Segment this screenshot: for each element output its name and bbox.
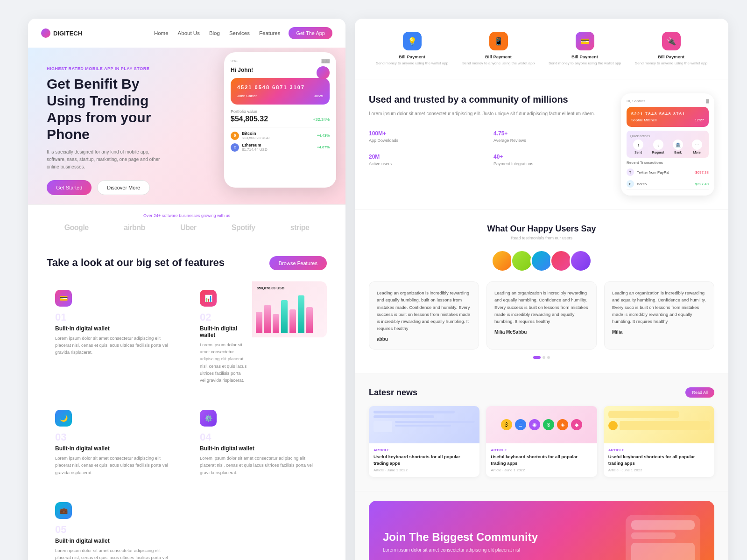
join-section: Join The Biggest Community Lorem ipsum d… <box>355 491 728 560</box>
hero-section: HIGHEST RATED MOBILE APP IN PLAY STORE G… <box>28 48 345 204</box>
bill-desc-3: Send money to anyone using the wallet ap… <box>545 61 624 66</box>
stat-num-integrations: 40+ <box>493 149 612 161</box>
trans-amount-2: $327.49 <box>695 182 709 186</box>
partner-stripe: stripe <box>290 224 310 232</box>
trusted-title: Used and trusted by a community of milli… <box>369 93 612 105</box>
stat-integrations: 40+ Payment Integrations <box>493 149 612 166</box>
bill-item-1: 💡 Bill Payment Send money to anyone usin… <box>369 28 455 70</box>
feature-card-1: 💳 01 Built-in digital wallet Lorem ipsum… <box>47 281 182 392</box>
stats-grid: 100M+ App Downloads 4.75+ Average Review… <box>369 126 612 166</box>
news-headline-1: Useful keyboard shortcuts for all popula… <box>374 454 475 466</box>
join-title: Join The Biggest Community <box>383 531 616 544</box>
partner-google: Google <box>64 224 89 232</box>
news-cards: ARTICLE Useful keyboard shortcuts for al… <box>369 406 714 477</box>
avatar-2 <box>511 250 533 272</box>
left-panel: DIGITECH Home About Us Blog Services Fea… <box>28 19 345 560</box>
phone-time: 9:41 <box>231 59 238 63</box>
stat-num-downloads: 100M+ <box>369 126 487 138</box>
get-app-button[interactable]: Get The App <box>289 27 332 39</box>
btc-change: +4.43% <box>317 133 330 138</box>
nav-about[interactable]: About Us <box>178 30 200 36</box>
eth-change: +4.67% <box>317 145 330 149</box>
crypto-row-btc: ₿ Bitcoin $13,500.23 USD +4.43% <box>231 131 330 140</box>
phone-avatar <box>317 66 330 79</box>
browse-features-button[interactable]: Browse Features <box>269 256 327 270</box>
nav-features[interactable]: Features <box>259 30 280 36</box>
feature-icon-4: ⚙️ <box>200 410 217 427</box>
hero-subtitle: It is specially designed for any kind of… <box>47 148 168 171</box>
dot-2[interactable] <box>543 356 545 359</box>
avatars-row <box>369 250 714 272</box>
nav-home[interactable]: Home <box>154 30 169 36</box>
phone-card: 4521 0548 6871 3107 John Carter 08/25 <box>231 78 330 105</box>
feature-num-1: 01 <box>55 311 174 323</box>
news-meta-3: Article · June 1 2022 <box>608 468 710 472</box>
news-icon-coin: ◈ <box>557 419 568 430</box>
news-icon-btc: ₿ <box>501 419 512 430</box>
partner-uber: Uber <box>180 224 196 232</box>
crypto-list: ₿ Bitcoin $13,500.23 USD +4.43% Ξ Ethere… <box>231 127 330 152</box>
stat-label-users: Active users <box>369 161 487 166</box>
stat-label-integrations: Payment Integrations <box>493 161 612 166</box>
test-title: What Our Happy Users Say <box>369 224 714 234</box>
stat-reviews: 4.75+ Average Reviews <box>493 126 612 143</box>
avatar-3 <box>530 250 553 272</box>
nav-services[interactable]: Services <box>229 30 250 36</box>
news-headline-2: Useful keyboard shortcuts for all popula… <box>491 454 592 466</box>
crypto-row-eth: Ξ Ethereum $1,714.44 USD +4.67% <box>231 143 330 152</box>
test-card-1: Leading an organization is incredibly re… <box>369 281 479 350</box>
trusted-phone: Hi, Sophie! ▓ 5221 7843 5648 3761 Sophie… <box>621 93 714 196</box>
news-thumb-2: ₿ Ξ ◉ $ ◈ ◆ <box>486 406 597 443</box>
card-expiry: 08/25 <box>314 94 323 98</box>
trusted-section: Used and trusted by a community of milli… <box>355 79 728 210</box>
test-card-3: Leading an organization is incredibly re… <box>604 281 714 350</box>
bill-icon-3: 💳 <box>576 32 594 50</box>
hero-badge: HIGHEST RATED MOBILE APP IN PLAY STORE <box>47 66 187 71</box>
btc-icon: ₿ <box>231 132 239 140</box>
news-cat-1: ARTICLE <box>374 448 475 452</box>
trans-row-2: B Berlto $327.49 <box>627 178 709 190</box>
logo: DIGITECH <box>41 28 82 38</box>
feature-num-2: 02 <box>200 311 247 323</box>
features-title: Take a look at our big set of features <box>47 256 225 270</box>
phone-greeting: Hi John! <box>231 67 330 73</box>
trans-icon-1: T <box>627 168 634 176</box>
dot-1[interactable] <box>533 356 541 359</box>
join-text: Join The Biggest Community Lorem ipsum d… <box>383 531 616 560</box>
tp-greeting: Hi, Sophie! <box>627 99 645 103</box>
news-header: Latesr news Read All <box>369 387 714 398</box>
avatar-5 <box>570 250 592 272</box>
feature-num-5: 05 <box>55 524 174 536</box>
right-panel: 💡 Bill Payment Send money to anyone usin… <box>355 19 728 560</box>
news-thumb-1 <box>369 406 479 443</box>
hero-title: Get Benifit By Using Trending Apps from … <box>47 76 177 143</box>
feature-desc-2: Lorem ipsum dolor sit amet consectetur a… <box>200 341 247 384</box>
dot-3[interactable] <box>547 356 550 359</box>
discover-more-button[interactable]: Discover More <box>97 180 150 195</box>
partners-section: Over 24+ software businesses growing wit… <box>28 204 345 240</box>
partner-spotify: Spotify <box>232 224 255 232</box>
trusted-desc: Lorem ipsum dolor sit amet consectetur a… <box>369 110 612 118</box>
chart-preview: $50,070.89 USD <box>252 281 327 337</box>
hero-buttons: Get Started Discover More <box>47 180 187 195</box>
test-card-2: Leading an organization is incredibly re… <box>486 281 597 350</box>
feature-num-4: 04 <box>200 431 318 443</box>
news-title: Latesr news <box>369 388 417 398</box>
feature-desc-5: Lorem ipsum dolor sit amet consectetur a… <box>55 547 174 560</box>
tp-header: Hi, Sophie! ▓ <box>627 99 709 103</box>
feature-card-2: 📊 02 Built-in digital wallet Lorem ipsum… <box>191 281 327 392</box>
news-body-1: ARTICLE Useful keyboard shortcuts for al… <box>369 443 479 477</box>
feature-card-3: 🌙 03 Built-in digital wallet Lorem ipsum… <box>47 401 182 484</box>
phone-status-bar: 9:41 ▓▓▓ <box>231 59 330 63</box>
bill-item-3: 💳 Bill Payment Send money to anyone usin… <box>542 28 628 70</box>
feature-icon-1: 💳 <box>55 290 72 307</box>
hero-phone-mockup: 9:41 ▓▓▓ Hi John! 4521 0548 6871 3107 Jo… <box>224 52 336 188</box>
stat-num-reviews: 4.75+ <box>493 126 612 138</box>
feature-desc-4: Lorem ipsum dolor sit amet consectetur a… <box>200 455 318 476</box>
feature-card-4: ⚙️ 04 Built-in digital wallet Lorem ipsu… <box>191 401 327 484</box>
nav-blog[interactable]: Blog <box>209 30 220 36</box>
card-footer: John Carter 08/25 <box>237 94 323 98</box>
get-started-button[interactable]: Get Started <box>47 180 92 195</box>
news-card-1: ARTICLE Useful keyboard shortcuts for al… <box>369 406 479 477</box>
read-all-button[interactable]: Read All <box>685 387 714 398</box>
